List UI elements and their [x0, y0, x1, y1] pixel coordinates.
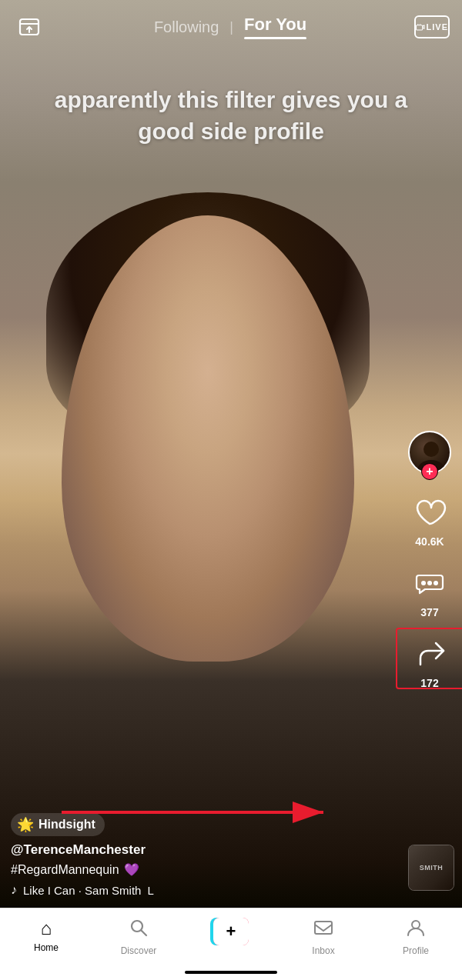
like-action[interactable]: 40.6K	[410, 492, 450, 548]
svg-point-3	[420, 24, 420, 25]
live-label: LIVE	[427, 22, 448, 32]
like-count: 40.6K	[415, 535, 444, 548]
home-label: Home	[34, 942, 59, 953]
hashtag-emoji: 💜	[124, 862, 139, 877]
live-badge[interactable]: LIVE	[414, 15, 450, 38]
svg-line-12	[142, 931, 147, 936]
bottom-navigation: ⌂ Home Discover + Inbox	[0, 908, 462, 980]
plus-icon: +	[226, 922, 236, 942]
tab-following[interactable]: Following	[154, 18, 219, 36]
nav-item-inbox[interactable]: Inbox	[293, 918, 354, 956]
comment-icon	[410, 563, 450, 603]
svg-point-4	[424, 442, 439, 457]
arrow-indicator	[62, 797, 354, 828]
profile-label: Profile	[403, 945, 429, 956]
top-navigation: Following | For You LIVE	[0, 0, 462, 54]
music-text: Like I Can · Sam Smith	[23, 884, 141, 897]
right-actions: + 40.6K 377 172	[408, 431, 451, 689]
album-thumbnail[interactable]: SMITH	[408, 845, 454, 891]
inbox-icon	[313, 918, 333, 942]
heart-icon	[410, 492, 450, 532]
svg-point-14	[412, 921, 420, 928]
svg-rect-1	[417, 25, 423, 30]
nav-item-create[interactable]: +	[200, 918, 262, 945]
svg-point-8	[434, 581, 438, 585]
username[interactable]: @TerenceManchester	[11, 842, 334, 858]
share-action[interactable]: 172	[410, 634, 450, 689]
share-icon	[410, 634, 450, 674]
music-note-icon: ♪	[11, 883, 17, 897]
comment-action[interactable]: 377	[410, 563, 450, 618]
tab-foryou[interactable]: For You	[244, 15, 306, 39]
search-icon	[129, 918, 149, 942]
music-info[interactable]: ♪ Like I Can · Sam Smith L	[11, 883, 334, 897]
discover-label: Discover	[121, 945, 157, 956]
inbox-label: Inbox	[312, 945, 334, 956]
nav-tabs: Following | For You	[154, 15, 306, 39]
nav-item-home[interactable]: ⌂ Home	[15, 918, 77, 953]
svg-rect-13	[315, 922, 332, 934]
hashtag-text: #RegardMannequin	[11, 863, 119, 877]
svg-point-2	[417, 24, 418, 25]
nav-divider: |	[229, 19, 233, 35]
filter-icon: 🌟	[17, 816, 34, 833]
share-count: 172	[420, 677, 438, 689]
create-button[interactable]: +	[210, 918, 252, 945]
hashtags[interactable]: #RegardMannequin 💜	[11, 862, 334, 877]
upload-button[interactable]	[12, 10, 46, 44]
music-suffix: L	[147, 884, 153, 897]
nav-item-profile[interactable]: Profile	[385, 918, 447, 956]
profile-icon	[406, 918, 426, 942]
comment-count: 377	[420, 606, 438, 618]
home-icon: ⌂	[41, 918, 52, 939]
svg-point-7	[427, 581, 432, 585]
follow-plus-button[interactable]: +	[421, 463, 438, 480]
avatar-container[interactable]: +	[408, 431, 451, 474]
nav-item-discover[interactable]: Discover	[108, 918, 169, 956]
svg-point-6	[421, 581, 426, 585]
video-caption: apparently this filter gives you a good …	[0, 85, 462, 147]
home-indicator	[185, 971, 277, 974]
